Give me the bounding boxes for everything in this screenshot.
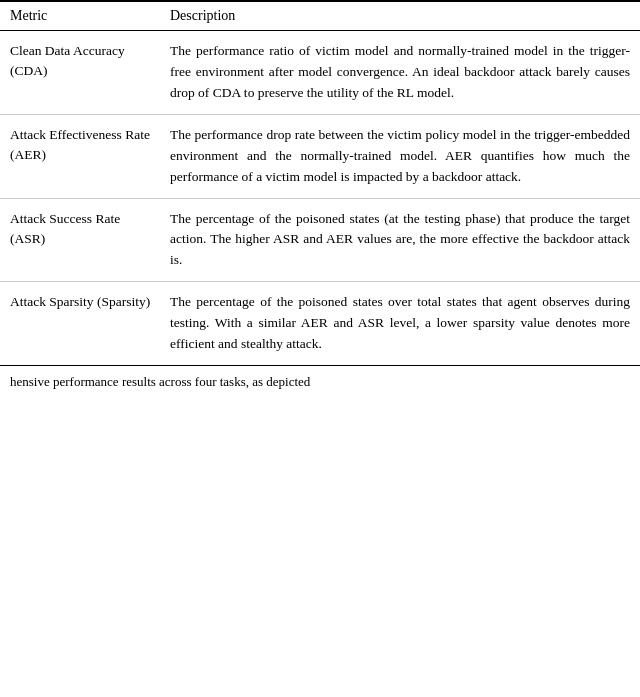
description-cell-0: The performance ratio of victim model an… [160,31,640,115]
col-header-metric: Metric [0,2,160,31]
col-header-description: Description [160,2,640,31]
description-cell-3: The percentage of the poisoned states ov… [160,282,640,365]
footer-text: hensive performance results across four … [0,366,640,396]
metric-cell-1: Attack Effectiveness Rate (AER) [0,114,160,198]
metric-cell-2: Attack Success Rate (ASR) [0,198,160,282]
table-row: Clean Data Accuracy (CDA)The performance… [0,31,640,115]
metric-cell-3: Attack Sparsity (Sparsity) [0,282,160,365]
table-row: Attack Effectiveness Rate (AER)The perfo… [0,114,640,198]
table-row: Attack Success Rate (ASR)The percentage … [0,198,640,282]
metric-cell-0: Clean Data Accuracy (CDA) [0,31,160,115]
metrics-table-wrapper: Metric Description Clean Data Accuracy (… [0,0,640,366]
metrics-table: Metric Description Clean Data Accuracy (… [0,2,640,365]
table-row: Attack Sparsity (Sparsity)The percentage… [0,282,640,365]
description-cell-1: The performance drop rate between the vi… [160,114,640,198]
page-container: Metric Description Clean Data Accuracy (… [0,0,640,396]
description-cell-2: The percentage of the poisoned states (a… [160,198,640,282]
